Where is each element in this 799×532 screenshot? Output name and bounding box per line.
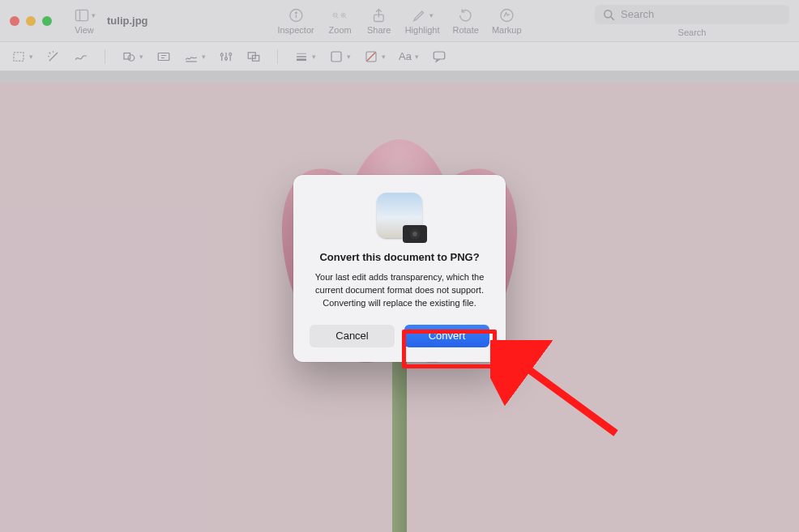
dialog-title: Convert this document to PNG? (310, 251, 489, 263)
preview-app-icon (377, 193, 422, 238)
convert-label: Convert (429, 330, 466, 342)
cancel-label: Cancel (335, 330, 368, 342)
dialog-body: Your last edit adds transparency, which … (310, 271, 489, 310)
cancel-button[interactable]: Cancel (310, 325, 395, 347)
convert-button[interactable]: Convert (404, 325, 489, 347)
convert-dialog: Convert this document to PNG? Your last … (293, 175, 506, 362)
